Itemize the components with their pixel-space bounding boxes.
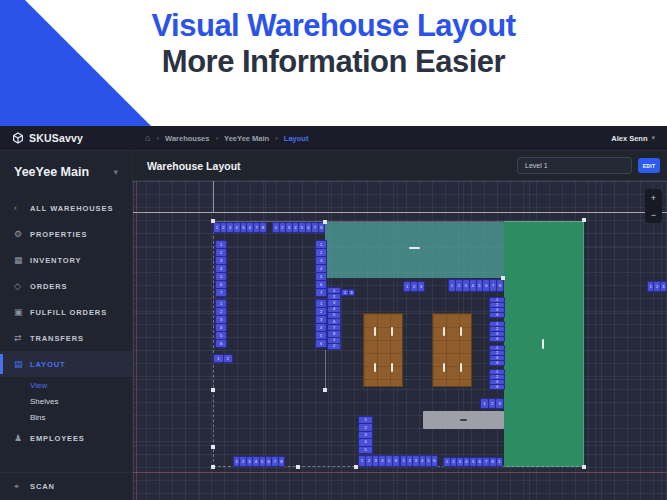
shelf-cell[interactable]: 6 <box>483 280 489 291</box>
shelf-horizontal[interactable]: 123456781 <box>443 457 503 467</box>
pallet-rack[interactable] <box>432 313 472 387</box>
shelf-cell[interactable]: 2 <box>216 308 226 315</box>
shelf-cell[interactable]: 3 <box>490 356 504 360</box>
shelf-vertical[interactable]: 1234567 <box>315 240 327 297</box>
sidebar-item-inventory[interactable]: ▦INVENTORY <box>0 247 132 273</box>
shelf-vertical[interactable]: 1234567 <box>215 240 227 297</box>
shelf-cell[interactable]: 3 <box>490 332 504 336</box>
shelf-cell[interactable]: 6 <box>477 458 483 466</box>
sidebar-subitem-shelves[interactable]: Shelves <box>0 393 132 409</box>
shelf-cell[interactable]: 3 <box>349 290 354 295</box>
shelf-cell[interactable]: 4 <box>379 456 385 466</box>
shelf-cell[interactable]: 1 <box>490 298 504 302</box>
shelf-cell[interactable]: 4 <box>316 324 326 331</box>
shelf-horizontal[interactable]: 123456 <box>400 455 438 467</box>
zoom-in-button[interactable]: + <box>645 189 662 206</box>
shelf-cell[interactable]: 3 <box>316 257 326 264</box>
shelf-cell[interactable]: 5 <box>216 273 226 280</box>
shelf-cell[interactable]: 8 <box>260 223 266 232</box>
breadcrumb-item-warehouses[interactable]: Warehouses <box>165 134 209 143</box>
shelf-cell[interactable]: 8 <box>328 331 340 336</box>
shelf-cell[interactable]: 3 <box>328 300 340 305</box>
shelf-horizontal[interactable]: 123456 <box>358 455 400 467</box>
shelf-cell[interactable]: 1 <box>490 322 504 326</box>
selection-handle[interactable] <box>582 465 586 469</box>
shelf-cell[interactable]: 1 <box>234 457 239 466</box>
shelf-cell[interactable]: 3 <box>286 223 292 232</box>
shelf-cell[interactable]: 4 <box>316 265 326 272</box>
shelf-cell[interactable]: 5 <box>260 457 265 466</box>
shelf-cell[interactable]: 4 <box>359 439 372 445</box>
shelf-cell[interactable]: 4 <box>490 313 504 317</box>
shelf-cell[interactable]: 6 <box>432 456 437 466</box>
shelf-cell[interactable]: 3 <box>413 456 418 466</box>
shelf-cell[interactable]: 1 <box>359 456 365 466</box>
shelf-cell[interactable]: 5 <box>386 456 392 466</box>
sidebar-item-employees[interactable]: ♟EMPLOYEES <box>0 425 132 451</box>
dock-area[interactable] <box>423 411 504 429</box>
shelf-cell[interactable]: 1 <box>481 399 488 408</box>
shelf-vertical[interactable]: 1234 <box>489 369 505 390</box>
shelf-cell[interactable]: 3 <box>227 223 233 232</box>
shelf-cell[interactable]: 4 <box>490 337 504 341</box>
shelf-cell[interactable]: 1 <box>216 241 226 248</box>
shelf-cell[interactable]: 1 <box>214 223 220 232</box>
shelf-cell[interactable]: 1 <box>449 280 455 291</box>
selection-handle[interactable] <box>501 276 505 280</box>
shelf-cell[interactable]: 1 <box>216 300 226 307</box>
shelf-cell[interactable]: 1 <box>444 458 450 466</box>
shelf-vertical[interactable]: 1234 <box>489 297 505 318</box>
shelf-cell[interactable]: 1 <box>490 370 504 374</box>
shelf-cell[interactable]: 6 <box>216 281 226 288</box>
shelf-cell[interactable]: 2 <box>490 327 504 331</box>
sidebar-item-orders[interactable]: ◇ORDERS <box>0 273 132 299</box>
shelf-cell[interactable]: 7 <box>316 289 326 296</box>
shelf-cell[interactable]: 4 <box>490 385 504 389</box>
selection-handle[interactable] <box>323 220 327 224</box>
shelf-cell[interactable]: 6 <box>393 456 399 466</box>
shelf-cell[interactable]: 5 <box>316 332 326 339</box>
shelf-cell[interactable]: 1 <box>316 300 326 307</box>
shelf-cell[interactable]: 2 <box>490 303 504 307</box>
shelf-cell[interactable]: 3 <box>457 458 463 466</box>
edit-button[interactable]: EDIT <box>638 158 660 173</box>
shelf-horizontal[interactable]: 123 <box>480 398 504 409</box>
shelf-cell[interactable]: 3 <box>661 282 666 291</box>
layout-canvas[interactable]: + − 123456781234567812345678123123121231… <box>133 181 667 500</box>
shelf-vertical[interactable]: 12345 <box>358 416 373 454</box>
shelf-cell[interactable]: 2 <box>490 375 504 379</box>
selection-handle[interactable] <box>211 445 215 449</box>
shelf-vertical[interactable]: 1234 <box>489 345 505 366</box>
selection-handle[interactable] <box>323 388 327 392</box>
shelf-cell[interactable]: 3 <box>316 316 326 323</box>
shelf-cell[interactable]: 4 <box>253 457 258 466</box>
shelf-cell[interactable]: 1 <box>273 223 279 232</box>
shelf-cell[interactable]: 6 <box>216 340 226 347</box>
shelf-cell[interactable]: 2 <box>240 457 245 466</box>
shelf-cell[interactable]: 6 <box>266 457 271 466</box>
shelf-cell[interactable]: 1 <box>648 282 653 291</box>
shelf-cell[interactable]: 2 <box>654 282 659 291</box>
shelf-cell[interactable]: 3 <box>216 316 226 323</box>
shelf-cell[interactable]: 4 <box>420 456 425 466</box>
shelf-vertical[interactable]: 123456 <box>315 299 327 348</box>
shelf-horizontal[interactable]: 123 <box>403 281 425 292</box>
shelf-cell[interactable]: 8 <box>279 457 284 466</box>
selection-handle[interactable] <box>354 465 358 469</box>
shelf-cell[interactable]: 1 <box>404 282 410 291</box>
shelf-cell[interactable]: 2 <box>366 456 372 466</box>
shelf-vertical[interactable]: 123456 <box>215 299 227 348</box>
shelf-cell[interactable]: 2 <box>328 294 340 299</box>
shelf-cell[interactable]: 6 <box>306 223 312 232</box>
shelf-cell[interactable]: 3 <box>463 280 469 291</box>
shelf-cell[interactable]: 2 <box>224 355 233 362</box>
shelf-cell[interactable]: 2 <box>489 399 496 408</box>
shelf-horizontal[interactable]: 12345678 <box>213 222 267 233</box>
sidebar-item-fulfill-orders[interactable]: ▣FULFILL ORDERS <box>0 299 132 325</box>
shelf-cell[interactable]: 4 <box>490 361 504 365</box>
shelf-cell[interactable]: 5 <box>426 456 431 466</box>
shelf-cell[interactable]: 3 <box>247 457 252 466</box>
user-menu[interactable]: Alex Senn ▾ <box>611 134 655 143</box>
shelf-cell[interactable]: 7 <box>312 223 318 232</box>
shelf-cell[interactable]: 5 <box>359 447 372 453</box>
